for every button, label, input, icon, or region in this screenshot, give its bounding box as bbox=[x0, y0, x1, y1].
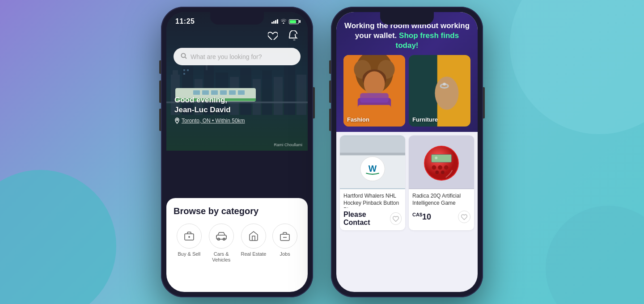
svg-point-64 bbox=[438, 165, 442, 170]
svg-rect-21 bbox=[202, 90, 209, 95]
banner-images: Fashion bbox=[343, 55, 470, 127]
svg-point-63 bbox=[432, 165, 436, 170]
search-container: What are you looking for? bbox=[174, 48, 301, 65]
svg-rect-13 bbox=[284, 66, 295, 115]
furniture-category-image[interactable]: Furniture bbox=[409, 55, 470, 127]
phone-2-notch bbox=[380, 12, 434, 25]
listing-card-1: W Hartford Whalers NHL Hockey Pinback Bu… bbox=[340, 135, 405, 230]
svg-point-28 bbox=[177, 119, 178, 121]
status-icons bbox=[271, 18, 299, 25]
svg-point-42 bbox=[364, 72, 385, 96]
hero-section: 11:25 bbox=[166, 12, 308, 151]
real-estate-icon bbox=[241, 224, 266, 249]
signal-bar-3 bbox=[275, 20, 276, 24]
listing-2-title: Radica 20Q Artificial Intelligence Game bbox=[412, 193, 470, 208]
jobs-icon bbox=[272, 224, 297, 249]
svg-rect-24 bbox=[229, 90, 236, 95]
power-button-2 bbox=[483, 87, 485, 118]
location[interactable]: Toronto, ON • Within 50km bbox=[174, 118, 245, 124]
fashion-label: Fashion bbox=[347, 116, 369, 123]
svg-rect-25 bbox=[238, 90, 245, 95]
listing-1-price: Please Contact bbox=[343, 211, 390, 227]
phone-1-screen: 11:25 bbox=[166, 12, 308, 292]
notifications-icon[interactable] bbox=[286, 28, 301, 42]
signal-bar-2 bbox=[273, 21, 275, 24]
category-cars[interactable]: Cars & Vehicles bbox=[208, 224, 235, 263]
location-text: Toronto, ON • Within 50km bbox=[182, 118, 245, 124]
svg-point-67 bbox=[441, 171, 445, 174]
browse-title: Browse by category bbox=[174, 206, 301, 216]
banner-text-main: Working the room without working your wa… bbox=[343, 21, 470, 51]
radica-image-svg bbox=[409, 135, 474, 189]
listing-1-favorite-button[interactable] bbox=[390, 212, 402, 225]
svg-point-52 bbox=[443, 92, 450, 103]
banner-text-accent: Shop fresh finds today! bbox=[396, 31, 459, 50]
cars-icon bbox=[209, 224, 234, 249]
svg-rect-17 bbox=[183, 73, 185, 75]
category-jobs[interactable]: Jobs bbox=[272, 224, 297, 263]
furniture-label: Furniture bbox=[412, 116, 438, 123]
photo-credit: Rami Choullami bbox=[274, 143, 302, 147]
svg-point-51 bbox=[438, 90, 445, 101]
search-bar[interactable]: What are you looking for? bbox=[174, 48, 301, 65]
browse-section: Browse by category Buy & Sell bbox=[166, 198, 308, 292]
svg-point-66 bbox=[435, 171, 439, 174]
bg-shape-left bbox=[0, 170, 116, 304]
listing-1-title: Hartford Whalers NHL Hockey Pinback Butt… bbox=[343, 193, 402, 208]
search-placeholder-text: What are you looking for? bbox=[191, 53, 262, 60]
listing-2-price: CA$10 bbox=[412, 212, 431, 222]
svg-point-27 bbox=[182, 54, 186, 58]
svg-rect-14 bbox=[297, 75, 306, 115]
phone-2: Working the room without working your wa… bbox=[331, 7, 483, 297]
greeting-line1: Good evening, bbox=[174, 96, 227, 104]
greeting-name: Jean-Luc David bbox=[174, 106, 231, 114]
volume-down-button-2 bbox=[329, 109, 331, 131]
category-real-estate[interactable]: Real Estate bbox=[241, 224, 266, 263]
svg-rect-56 bbox=[340, 153, 405, 156]
listing-card-2: Radica 20Q Artificial Intelligence Game … bbox=[409, 135, 474, 230]
status-time: 11:25 bbox=[175, 17, 195, 25]
svg-rect-22 bbox=[211, 90, 218, 95]
buy-sell-label: Buy & Sell bbox=[178, 251, 201, 257]
fashion-category-image[interactable]: Fashion bbox=[343, 55, 405, 127]
svg-rect-20 bbox=[193, 90, 200, 95]
listing-2-favorite-button[interactable] bbox=[458, 211, 470, 223]
listing-2-price-row: CA$10 bbox=[412, 211, 470, 223]
phone-2-screen: Working the room without working your wa… bbox=[336, 12, 478, 292]
listing-2-info: Radica 20Q Artificial Intelligence Game … bbox=[409, 189, 474, 227]
svg-rect-16 bbox=[187, 69, 189, 71]
svg-rect-11 bbox=[262, 70, 272, 115]
svg-point-68 bbox=[435, 157, 437, 160]
bg-blob-top-right bbox=[510, 0, 644, 134]
search-icon bbox=[181, 53, 187, 60]
power-button bbox=[313, 87, 315, 118]
volume-up-button bbox=[159, 80, 161, 103]
listing-1-price-row: Please Contact bbox=[343, 211, 402, 227]
promotional-banner: Working the room without working your wa… bbox=[336, 12, 478, 132]
wifi-icon bbox=[280, 18, 287, 25]
product-listings: W Hartford Whalers NHL Hockey Pinback Bu… bbox=[336, 132, 478, 234]
svg-rect-62 bbox=[432, 155, 452, 163]
bg-shape-right bbox=[546, 206, 644, 304]
svg-point-50 bbox=[443, 83, 445, 85]
svg-rect-15 bbox=[183, 69, 185, 71]
signal-bar-4 bbox=[277, 19, 278, 24]
greeting: Good evening, Jean-Luc David Toronto, ON… bbox=[174, 95, 245, 124]
svg-text:W: W bbox=[369, 164, 377, 174]
svg-rect-1 bbox=[173, 70, 178, 75]
whalers-image-svg: W bbox=[340, 135, 405, 189]
signal-icon bbox=[271, 19, 278, 24]
jobs-label: Jobs bbox=[280, 251, 290, 257]
volume-down-button bbox=[159, 109, 161, 131]
svg-rect-44 bbox=[360, 93, 389, 103]
listing-image-1: W bbox=[340, 135, 405, 189]
category-buy-sell[interactable]: Buy & Sell bbox=[177, 224, 202, 263]
svg-rect-12 bbox=[274, 77, 283, 115]
listing-1-info: Hartford Whalers NHL Hockey Pinback Butt… bbox=[340, 189, 405, 230]
svg-point-61 bbox=[425, 147, 458, 180]
phones-container: 11:25 bbox=[161, 7, 483, 297]
svg-rect-23 bbox=[220, 90, 227, 95]
phone-1: 11:25 bbox=[161, 7, 313, 297]
mute-button bbox=[159, 60, 161, 74]
favorites-icon[interactable] bbox=[266, 28, 280, 42]
